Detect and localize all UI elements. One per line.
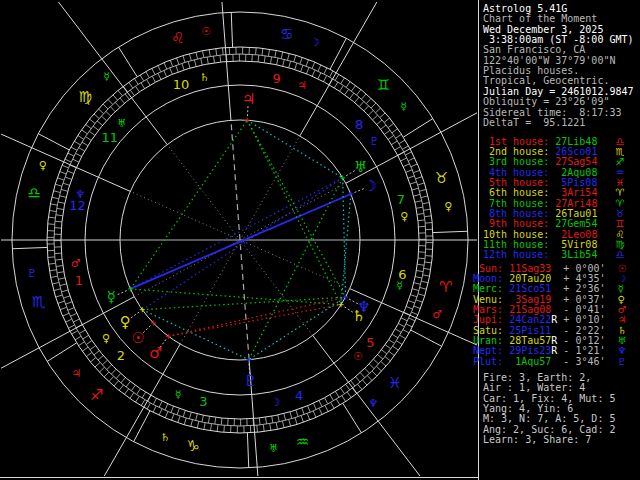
sign-glyph-cancer: ♋: [280, 25, 293, 43]
house-label: 9th house:: [483, 218, 549, 229]
house-sign-glyph: ♊: [615, 218, 624, 229]
house-value: 2Aqu08: [555, 167, 597, 178]
house-label: 6th house:: [483, 187, 549, 198]
sign-ruler-glyph-sun: ☉: [201, 25, 211, 38]
planet-motion: + 0°37': [563, 294, 605, 305]
planet-label: Jupi:: [473, 314, 503, 325]
house-label: 12th house:: [483, 249, 549, 260]
planet-glyph-sun: ☉: [131, 329, 144, 347]
sign-boundary-sagittarius: [47, 343, 77, 362]
title-text: Placidus houses.: [483, 65, 579, 76]
house-ruler-glyph-6: ☿: [396, 279, 403, 292]
stat-text: Fire: 3, Earth: 2,: [483, 372, 591, 383]
house-value: 27Gem54: [555, 218, 597, 229]
sign-boundary-aries: [411, 330, 442, 346]
sign-boundary-aquarius: [247, 433, 248, 468]
house-value: 5Vir08: [555, 239, 597, 250]
house-ruler-glyph-12: ♆: [75, 188, 85, 201]
planet-motion: - 0°12': [563, 335, 605, 346]
sign-boundary-taurus: [433, 231, 468, 232]
house-sign-glyph: ♓: [615, 177, 624, 188]
sign-boundary-leo: [231, 12, 232, 47]
house-ruler-glyph-3: ☿: [175, 388, 182, 401]
sign-glyph-aquarius: ♒: [296, 433, 309, 451]
house-value: 26Tau01: [555, 208, 597, 219]
planet-label: Nept:: [473, 345, 503, 356]
house-value: 2Leo08: [555, 229, 597, 240]
sign-ruler-glyph-uranus: ♅: [269, 442, 279, 455]
sign-glyph-leo: ♌: [171, 29, 184, 47]
title-text: Astrolog 5.41G: [483, 3, 567, 14]
sign-glyph-capricorn: ♑: [187, 437, 200, 455]
planet-value: 21Sco51: [509, 283, 551, 294]
stat-text: Learn: 3, Share: 7: [483, 434, 591, 445]
sign-ruler-glyph-pluto: ♇: [27, 267, 37, 280]
house-ruler-glyph-9: ♃: [297, 79, 307, 92]
stat-text: M: 3, N: 7, A: 5, D: 5: [483, 413, 615, 424]
sign-ruler-glyph-mercury: ☿: [400, 100, 407, 113]
aspect-moon-mercury-opposition: [130, 194, 350, 289]
cusp-line-5: [313, 335, 420, 476]
planet-motion: + 0°10': [563, 314, 605, 325]
sign-boundary-virgo: [119, 47, 138, 77]
sign-boundary-cancer: [330, 38, 346, 69]
house-sign-glyph: ♒: [615, 167, 624, 178]
chart-wheel: ♈♂♉♀♊☿♋☽♌☉♍☿♎♀♏♇♐♃♑♄♒♅♓♆1♂2♀3☿4☽5☉6☿7♀8♇…: [0, 0, 480, 480]
planet-value: 1Aqu57: [509, 356, 551, 367]
house-sign-glyph: ♏: [615, 146, 624, 157]
house-sign-glyph: ♈: [615, 187, 624, 198]
house-label: 4th house:: [483, 167, 549, 178]
house-number-7: 7: [397, 192, 405, 207]
aspect-jupiter-neptune-trine: [247, 120, 345, 297]
planet-motion: - 0°41': [563, 304, 605, 315]
title-text: Sidereal time: 8:17:33: [483, 107, 621, 118]
planet-label: Plut:: [473, 356, 503, 367]
sign-ruler-glyph-venus: ♀: [39, 159, 47, 172]
house-number-10: 10: [173, 77, 190, 92]
title-text: Obliquity = 23°26'09": [483, 96, 609, 107]
stat-text: Air : 1, Water: 4: [483, 382, 585, 393]
planet-text-glyph: ☿: [618, 283, 624, 294]
house-ruler-glyph-11: ♅: [117, 117, 127, 130]
house-value: 27Lib48: [555, 136, 597, 147]
planet-label: Mars:: [473, 304, 503, 315]
planet-motion: - 1°21': [563, 345, 605, 356]
house-label: 11th house:: [483, 239, 549, 250]
house-ruler-glyph-2: ♀: [102, 332, 110, 345]
planet-value: 24Can22: [509, 314, 551, 325]
house-label: 10th house:: [483, 229, 549, 240]
house-label: 1st house:: [483, 136, 549, 147]
house-cusp-lines: [1, 2, 477, 476]
house-sign-glyph: ♐: [615, 156, 624, 167]
planet-value: 3Sag19: [509, 294, 551, 305]
planet-glyph-mercury: ☿: [107, 288, 116, 306]
house-number-3: 3: [199, 394, 207, 409]
pointer-venus: [131, 311, 140, 317]
cusp-line-2: [1, 297, 134, 369]
planet-text-glyph: ♃: [618, 314, 627, 325]
house-label: 5th house:: [483, 177, 549, 188]
planet-value: 20Tau20: [509, 273, 551, 284]
house-ruler-glyph-8: ♇: [369, 135, 379, 148]
sign-ruler-glyph-mars: ♂: [432, 308, 442, 321]
house-ruler-glyph-1: ♂: [71, 257, 81, 270]
stat-text: Yang: 4, Yin: 6: [483, 403, 573, 414]
sign-ruler-glyph-moon: ☽: [310, 36, 320, 49]
planet-text-glyph: ♄: [618, 325, 627, 336]
sign-glyph-sagittarius: ♐: [90, 386, 103, 404]
planet-value: 29Pis23: [509, 345, 551, 356]
house-value: 3Ari54: [555, 187, 597, 198]
planet-glyph-pluto: ♇: [243, 372, 256, 390]
house-number-5: 5: [366, 335, 374, 350]
sign-ruler-glyph-venus: ♀: [444, 200, 452, 213]
house-sign-glyph: ♌: [615, 229, 624, 240]
planet-motion: - 2°22': [563, 325, 605, 336]
house-ruler-glyph-10: ♄: [200, 71, 210, 84]
house-number-1: 1: [75, 273, 83, 288]
house-value: 3Lib54: [555, 249, 597, 260]
aspect-neptune-pluto-sextile: [249, 297, 346, 360]
house-label: 2nd house:: [483, 146, 549, 157]
title-text: 3:38:00am (ST -8:00 GMT): [483, 34, 634, 45]
planet-text-glyph: ♅: [618, 335, 627, 346]
sign-boundary-capricorn: [134, 411, 150, 442]
